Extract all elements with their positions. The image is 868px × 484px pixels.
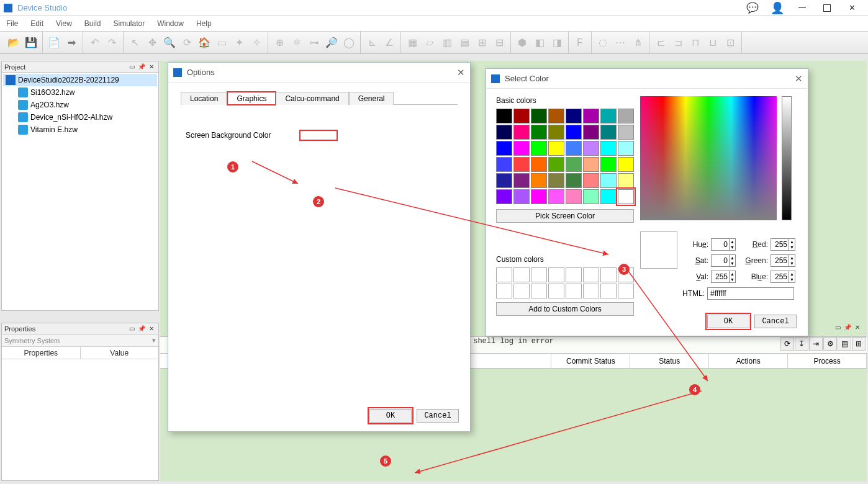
- menu-edit[interactable]: Edit: [24, 16, 50, 31]
- custom-color-slot[interactable]: [618, 284, 634, 298]
- user-icon[interactable]: 👤: [765, 1, 790, 16]
- red-spinner[interactable]: ▲▼: [771, 238, 795, 251]
- menu-help[interactable]: Help: [190, 16, 218, 31]
- tab-calcu-command[interactable]: Calcu-command: [276, 92, 348, 105]
- import-icon[interactable]: ➡: [63, 34, 80, 52]
- basic-color-swatch[interactable]: [513, 125, 530, 140]
- device-1-icon[interactable]: ⊏: [652, 34, 669, 52]
- jobs-pin-icon[interactable]: 📌: [843, 323, 852, 331]
- tab-general[interactable]: General: [349, 92, 394, 105]
- log-btn-5-icon[interactable]: ▤: [838, 337, 851, 351]
- basic-color-swatch[interactable]: [618, 109, 634, 123]
- blue-input[interactable]: [771, 271, 789, 282]
- basic-color-swatch[interactable]: [531, 157, 547, 172]
- custom-color-slot[interactable]: [496, 267, 512, 282]
- sat-input[interactable]: [712, 255, 729, 266]
- wand-icon[interactable]: ✧: [248, 34, 265, 52]
- log-btn-1-icon[interactable]: ⟳: [780, 337, 794, 351]
- basic-color-swatch[interactable]: [548, 189, 564, 204]
- menu-window[interactable]: Window: [151, 16, 190, 31]
- project-pin-icon[interactable]: 📌: [137, 63, 146, 71]
- cluster-icon[interactable]: ⬢: [513, 34, 531, 52]
- project-dock-icon[interactable]: ▭: [127, 63, 136, 71]
- green-spinner[interactable]: ▲▼: [771, 254, 795, 267]
- menu-simulator[interactable]: Simulator: [107, 16, 151, 31]
- red-input[interactable]: [771, 239, 789, 250]
- basic-color-swatch[interactable]: [566, 189, 582, 204]
- add-custom-color-button[interactable]: Add to Custom Colors: [496, 302, 634, 316]
- basic-color-swatch[interactable]: [566, 109, 582, 123]
- menu-file[interactable]: File: [0, 16, 24, 31]
- basic-color-swatch[interactable]: [548, 141, 564, 156]
- rotate-icon[interactable]: ⟳: [178, 34, 196, 52]
- force-icon[interactable]: F: [571, 34, 589, 52]
- surface-icon[interactable]: ◧: [531, 34, 548, 52]
- custom-color-slot[interactable]: [513, 267, 530, 282]
- val-spinner[interactable]: ▲▼: [711, 271, 736, 283]
- basic-color-swatch[interactable]: [513, 173, 530, 188]
- project-root[interactable]: DeviceStudio2022B-20221129: [3, 74, 157, 86]
- jobs-dock-icon[interactable]: ▭: [833, 323, 842, 331]
- chain-icon[interactable]: ⋯: [612, 34, 629, 52]
- green-input[interactable]: [771, 255, 789, 266]
- basic-color-swatch[interactable]: [513, 157, 530, 172]
- basic-color-swatch[interactable]: [583, 173, 599, 188]
- tab-location[interactable]: Location: [181, 92, 227, 105]
- value-slider[interactable]: [782, 96, 792, 220]
- options-ok-button[interactable]: OK: [369, 409, 412, 423]
- close-button[interactable]: [839, 1, 864, 16]
- project-file[interactable]: Ag2O3.hzw: [3, 99, 157, 111]
- device-2-icon[interactable]: ⊐: [669, 34, 687, 52]
- basic-color-swatch[interactable]: [496, 173, 512, 188]
- properties-category-combo[interactable]: Symmetry System ▾: [2, 334, 158, 347]
- move-icon[interactable]: ✥: [143, 34, 161, 52]
- basic-color-swatch[interactable]: [531, 189, 547, 204]
- maximize-button[interactable]: [815, 1, 839, 16]
- blue-spinner[interactable]: ▲▼: [771, 271, 795, 283]
- properties-pin-icon[interactable]: 📌: [137, 325, 146, 333]
- jobs-close-icon[interactable]: ✕: [853, 323, 862, 331]
- screen-bg-color-swatch[interactable]: [299, 130, 338, 141]
- select-rect-icon[interactable]: ▭: [213, 34, 230, 52]
- home-icon[interactable]: 🏠: [196, 34, 213, 52]
- custom-color-slot[interactable]: [566, 267, 582, 282]
- project-file[interactable]: Device_nSi-HfO2-Al.hzw: [3, 111, 157, 123]
- basic-color-swatch[interactable]: [618, 157, 634, 172]
- minimize-button[interactable]: [790, 1, 815, 16]
- basic-color-swatch[interactable]: [566, 125, 582, 140]
- custom-color-slot[interactable]: [531, 284, 547, 298]
- log-settings-icon[interactable]: ⚙: [823, 337, 837, 351]
- basic-color-swatch[interactable]: [618, 141, 634, 156]
- log-btn-2-icon[interactable]: ↧: [795, 337, 808, 351]
- basic-color-swatch[interactable]: [496, 125, 512, 140]
- basic-color-swatch[interactable]: [618, 173, 634, 188]
- axis-yz-icon[interactable]: ▥: [438, 34, 456, 52]
- expand-icon[interactable]: ⊞: [473, 34, 491, 52]
- bond-icon[interactable]: ⊶: [305, 34, 323, 52]
- custom-color-slot[interactable]: [548, 284, 564, 298]
- tab-graphics[interactable]: Graphics: [227, 92, 276, 105]
- project-file[interactable]: Vitamin E.hzw: [3, 123, 157, 136]
- options-close-icon[interactable]: ✕: [457, 67, 465, 78]
- pointer-icon[interactable]: ↖: [126, 34, 143, 52]
- sat-spinner[interactable]: ▲▼: [711, 254, 736, 267]
- basic-color-swatch[interactable]: [583, 125, 599, 140]
- lattice-icon[interactable]: ▦: [404, 34, 421, 52]
- measure-dist-icon[interactable]: ⊾: [363, 34, 381, 52]
- basic-color-swatch[interactable]: [600, 173, 617, 188]
- log-btn-6-icon[interactable]: ⊞: [852, 337, 866, 351]
- replicate-icon[interactable]: ⊟: [491, 34, 508, 52]
- basic-color-swatch[interactable]: [566, 157, 582, 172]
- basic-color-swatch[interactable]: [600, 189, 617, 204]
- custom-color-slot[interactable]: [496, 284, 512, 298]
- device-4-icon[interactable]: ⊔: [704, 34, 721, 52]
- basic-color-swatch[interactable]: [513, 141, 530, 156]
- custom-color-slot[interactable]: [566, 284, 582, 298]
- custom-color-slot[interactable]: [583, 267, 599, 282]
- basic-color-swatch[interactable]: [600, 109, 617, 123]
- properties-close-icon[interactable]: ✕: [147, 325, 156, 333]
- custom-color-slot[interactable]: [513, 284, 530, 298]
- project-close-icon[interactable]: ✕: [147, 63, 156, 71]
- basic-color-swatch[interactable]: [548, 125, 564, 140]
- cell-icon[interactable]: ▱: [421, 34, 438, 52]
